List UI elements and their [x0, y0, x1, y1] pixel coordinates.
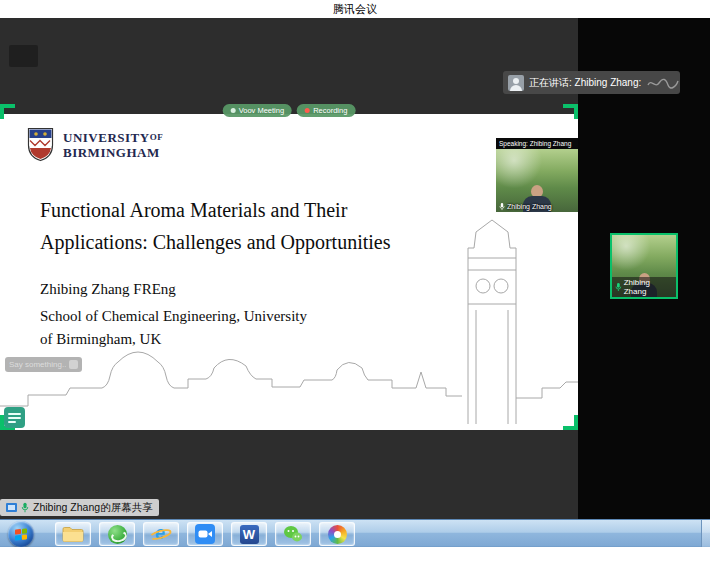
speaker-tile-header: Speaking: Zhibing Zhang [496, 138, 578, 149]
meeting-window: 正在讲话: Zhibing Zhang: Voov Meeting Record… [0, 18, 710, 519]
chat-input-box[interactable] [5, 357, 82, 372]
emoji-button[interactable] [69, 360, 78, 369]
share-corner-top-right [563, 104, 578, 119]
bottom-margin [0, 547, 710, 563]
record-dot-icon [305, 108, 310, 113]
share-status-text: Zhibing Zhang的屏幕共享 [33, 501, 153, 515]
start-button[interactable] [8, 521, 34, 547]
chat-toggle-button[interactable] [4, 407, 25, 428]
speaker-video-tile[interactable]: Speaking: Zhibing Zhang Zhibing Zhang [496, 138, 578, 212]
side-name-label: Zhibing Zhang [612, 277, 676, 297]
speaker-avatar [508, 75, 524, 91]
window-titlebar: 腾讯会议 [0, 0, 710, 18]
list-line-icon [8, 417, 21, 419]
speaking-banner: 正在讲话: Zhibing Zhang: [503, 71, 680, 94]
university-logo: UNIVERSITYOF BIRMINGHAM [27, 127, 163, 162]
camera-dot-icon [231, 108, 236, 113]
green-browser-button[interactable] [99, 522, 135, 546]
mic-icon [21, 502, 29, 513]
chat-input[interactable] [9, 360, 66, 369]
tencent-meeting-icon [195, 524, 215, 544]
mic-icon [499, 202, 505, 211]
slide-author: Zhibing Zhang FREng [40, 281, 176, 298]
presentation-slide: UNIVERSITYOF BIRMINGHAM Functional Aroma… [0, 114, 578, 430]
windows-explorer-button[interactable] [55, 522, 91, 546]
recording-button[interactable]: Recording [297, 104, 355, 117]
university-crest-icon [27, 127, 54, 162]
screen: 腾讯会议 正在讲话: Zhibing Zhang: Voov Meeting R [0, 0, 710, 563]
side-video-tile[interactable]: Zhibing Zhang [610, 233, 678, 299]
toolbar-remnant [9, 45, 38, 67]
wechat-button[interactable] [275, 522, 311, 546]
list-line-icon [8, 421, 16, 423]
internet-explorer-icon: e [149, 523, 173, 545]
audio-waveform-icon [646, 76, 680, 90]
meeting-button[interactable]: Voov Meeting [223, 104, 292, 117]
palette-app-button[interactable] [319, 522, 355, 546]
list-line-icon [8, 413, 21, 415]
speaker-video-feed: Zhibing Zhang [496, 149, 578, 212]
internet-explorer-button[interactable]: e [143, 522, 179, 546]
word-button[interactable]: W [231, 522, 267, 546]
speaking-text: 正在讲话: Zhibing Zhang: [529, 76, 641, 90]
mic-icon [615, 282, 622, 292]
slide-affiliation: School of Chemical Engineering, Universi… [40, 305, 307, 351]
show-desktop-button[interactable] [701, 520, 710, 548]
university-logo-text: UNIVERSITYOF BIRMINGHAM [63, 130, 163, 160]
windows-taskbar: e W [0, 519, 710, 547]
taskbar-apps: e W [55, 522, 355, 546]
wechat-icon [283, 524, 303, 544]
folder-icon [62, 526, 84, 543]
share-status-bar: Zhibing Zhang的屏幕共享 [0, 499, 159, 516]
palette-icon [328, 525, 347, 544]
share-corner-top-left [0, 104, 15, 119]
word-icon: W [240, 525, 259, 544]
green-browser-icon [108, 525, 127, 544]
share-corner-bottom-right [563, 415, 578, 430]
share-toolbar: Voov Meeting Recording [223, 104, 356, 117]
shared-screen: Voov Meeting Recording [0, 104, 578, 430]
window-title: 腾讯会议 [333, 2, 377, 17]
speaker-name-label: Zhibing Zhang [496, 201, 555, 212]
tencent-meeting-button[interactable] [187, 522, 223, 546]
windows-flag-icon [15, 528, 27, 540]
screen-share-icon [6, 503, 17, 512]
slide-title: Functional Aroma Materials and Their App… [40, 194, 391, 258]
